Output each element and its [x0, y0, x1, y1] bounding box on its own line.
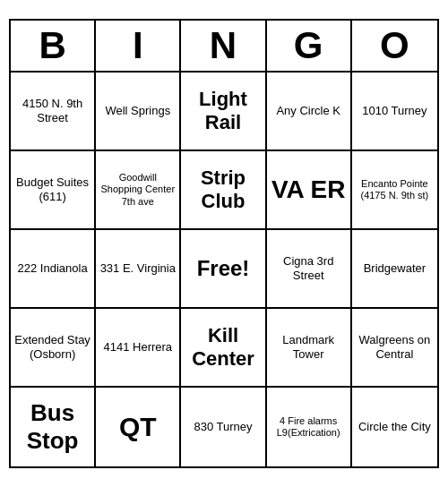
bingo-grid: 4150 N. 9th StreetWell SpringsLight Rail…: [11, 73, 437, 466]
bingo-cell-18: Landmark Tower: [267, 309, 352, 388]
bingo-header: BINGO: [11, 21, 437, 73]
bingo-letter-g: G: [267, 21, 352, 71]
bingo-cell-3: Any Circle K: [267, 73, 352, 151]
bingo-cell-24: Circle the City: [352, 388, 437, 466]
bingo-cell-17: Kill Center: [181, 309, 266, 388]
bingo-letter-b: B: [11, 21, 96, 71]
bingo-cell-0: 4150 N. 9th Street: [11, 73, 96, 151]
bingo-cell-9: Encanto Pointe (4175 N. 9th st): [352, 151, 437, 230]
bingo-cell-12: Free!: [181, 230, 266, 309]
bingo-cell-16: 4141 Herrera: [96, 309, 181, 388]
bingo-cell-14: Bridgewater: [352, 230, 437, 309]
bingo-cell-1: Well Springs: [96, 73, 181, 151]
bingo-cell-13: Cigna 3rd Street: [267, 230, 352, 309]
bingo-cell-2: Light Rail: [181, 73, 266, 151]
bingo-letter-o: O: [352, 21, 437, 71]
bingo-cell-8: VA ER: [267, 151, 352, 230]
bingo-card: BINGO 4150 N. 9th StreetWell SpringsLigh…: [9, 19, 439, 468]
bingo-cell-15: Extended Stay (Osborn): [11, 309, 96, 388]
bingo-cell-19: Walgreens on Central: [352, 309, 437, 388]
bingo-cell-21: QT: [96, 388, 181, 466]
bingo-cell-23: 4 Fire alarms L9(Extrication): [267, 388, 352, 466]
bingo-cell-5: Budget Suites (611): [11, 151, 96, 230]
bingo-cell-4: 1010 Turney: [352, 73, 437, 151]
bingo-cell-11: 331 E. Virginia: [96, 230, 181, 309]
bingo-letter-n: N: [181, 21, 266, 71]
bingo-letter-i: I: [96, 21, 181, 71]
bingo-cell-22: 830 Turney: [181, 388, 266, 466]
bingo-cell-6: Goodwill Shopping Center 7th ave: [96, 151, 181, 230]
bingo-cell-7: Strip Club: [181, 151, 266, 230]
bingo-cell-10: 222 Indianola: [11, 230, 96, 309]
bingo-cell-20: Bus Stop: [11, 388, 96, 466]
